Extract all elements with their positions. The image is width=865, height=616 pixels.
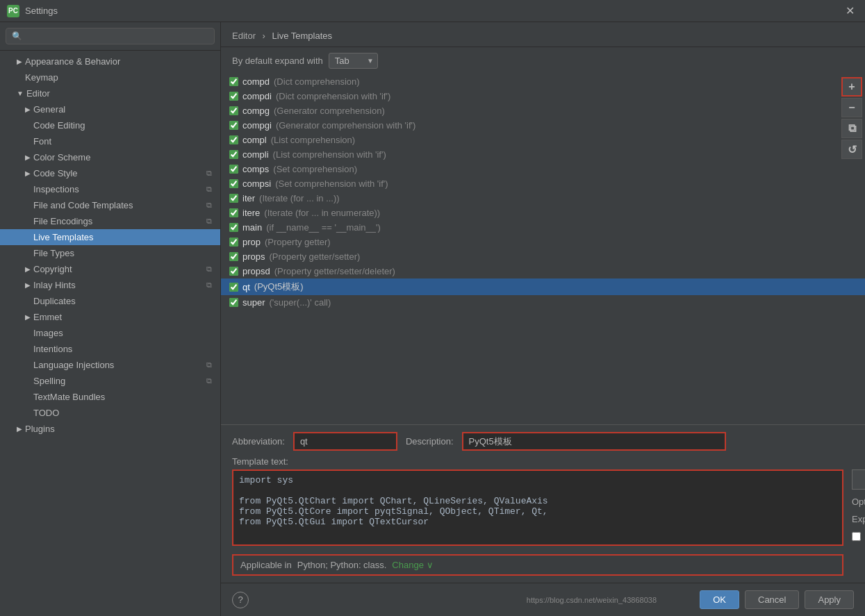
template-text-label: Template text: [232, 456, 854, 467]
template-checkbox[interactable] [229, 223, 238, 232]
template-checkbox[interactable] [229, 179, 238, 188]
right-panel: Editor › Live Templates By default expan… [221, 22, 865, 616]
revert-template-button[interactable]: ↺ [841, 140, 862, 159]
change-link-text: Change [392, 560, 424, 570]
template-description: ('super(...)' call) [270, 297, 331, 308]
sidebar-item-copyright[interactable]: ▶ Copyright ⧉ [0, 261, 220, 277]
template-checkbox[interactable] [229, 150, 238, 159]
change-arrow-icon: ∨ [427, 560, 434, 570]
template-checkbox[interactable] [229, 252, 238, 261]
sidebar-item-inlay-hints[interactable]: ▶ Inlay Hints ⧉ [0, 277, 220, 293]
template-description: (Set comprehension) [273, 164, 357, 174]
template-item[interactable]: super('super(...)' call) [221, 295, 865, 310]
template-abbreviation: propsd [242, 266, 270, 276]
template-checkbox[interactable] [229, 208, 238, 217]
template-checkbox[interactable] [229, 298, 238, 307]
sidebar-item-live-templates[interactable]: Live Templates [0, 229, 220, 245]
sidebar-item-keymap[interactable]: Keymap [0, 69, 220, 85]
sidebar-item-plugins[interactable]: ▶ Plugins [0, 421, 220, 437]
settings-window: PC Settings ✕ ▶ Appearance & Behavior Ke… [0, 0, 865, 616]
title-bar: PC Settings ✕ [0, 0, 865, 22]
template-description: (Generator comprehension) [274, 106, 385, 116]
sidebar-item-label: TextMate Bundles [33, 392, 105, 402]
template-item[interactable]: compli(List comprehension with 'if') [221, 147, 865, 162]
template-checkbox[interactable] [229, 238, 238, 247]
sidebar-item-color-scheme[interactable]: ▶ Color Scheme [0, 149, 220, 165]
expand-dropdown[interactable]: Tab Enter Space [329, 53, 378, 69]
main-content: ▶ Appearance & Behavior Keymap ▼ Editor … [0, 22, 865, 616]
add-template-button[interactable]: + [841, 77, 862, 97]
sidebar-item-editor[interactable]: ▼ Editor [0, 85, 220, 101]
change-link[interactable]: Change ∨ [392, 560, 433, 570]
copy-template-button[interactable]: ⧉ [841, 119, 862, 138]
abbreviation-input[interactable] [293, 432, 397, 451]
template-item[interactable]: compg(Generator comprehension) [221, 103, 865, 118]
sidebar-item-todo[interactable]: TODO [0, 405, 220, 421]
template-item[interactable]: main(if __name__ == '__main__') [221, 220, 865, 235]
template-checkbox[interactable] [229, 267, 238, 276]
sidebar-item-file-encodings[interactable]: File Encodings ⧉ [0, 213, 220, 229]
arrow-icon: ▶ [25, 281, 31, 289]
help-button[interactable]: ? [232, 592, 249, 608]
template-checkbox[interactable] [229, 121, 238, 130]
template-text-input[interactable]: import sys from PyQt5.QtChart import QCh… [232, 469, 843, 546]
sidebar-item-general[interactable]: ▶ General [0, 101, 220, 117]
options-expand-label: Expand with [852, 514, 865, 524]
edit-variables-button[interactable]: Edit variables [852, 469, 865, 490]
template-abbreviation: compli [242, 149, 269, 160]
bottom-bar: ? https://blog.csdn.net/weixin_43868038 … [221, 583, 865, 616]
sidebar-item-font[interactable]: Font [0, 133, 220, 149]
sidebar-item-language-injections[interactable]: Language Injections ⧉ [0, 357, 220, 373]
remove-template-button[interactable]: − [841, 98, 862, 117]
template-description: (Property getter/setter/deleter) [274, 266, 395, 276]
template-item[interactable]: comps(Set comprehension) [221, 162, 865, 176]
reformat-checkbox[interactable] [852, 532, 861, 541]
template-item[interactable]: compdi(Dict comprehension with 'if') [221, 89, 865, 103]
sidebar-item-label: Inspections [33, 184, 79, 194]
template-item[interactable]: itere(Iterate (for ... in enumerate)) [221, 206, 865, 220]
search-input[interactable] [6, 28, 215, 44]
sidebar-item-spelling[interactable]: Spelling ⧉ [0, 373, 220, 389]
description-input[interactable] [462, 432, 726, 451]
template-description: (Dict comprehension with 'if') [276, 91, 390, 101]
sidebar-item-label: Images [33, 328, 63, 338]
template-checkbox[interactable] [229, 92, 238, 101]
template-checkbox[interactable] [229, 283, 238, 292]
close-button[interactable]: ✕ [841, 3, 858, 19]
template-checkbox[interactable] [229, 77, 238, 86]
template-item[interactable]: qt(PyQt5模板) [221, 278, 865, 295]
template-description: (Generator comprehension with 'if') [276, 120, 416, 131]
apply-button[interactable]: Apply [805, 590, 854, 609]
template-item[interactable]: compsi(Set comprehension with 'if') [221, 176, 865, 191]
template-checkbox[interactable] [229, 106, 238, 115]
sidebar-item-label: Keymap [25, 72, 58, 83]
template-item[interactable]: compl(List comprehension) [221, 133, 865, 147]
sidebar-item-emmet[interactable]: ▶ Emmet [0, 309, 220, 325]
sidebar-item-textmate-bundles[interactable]: TextMate Bundles [0, 389, 220, 405]
template-checkbox[interactable] [229, 165, 238, 174]
template-checkbox[interactable] [229, 135, 238, 144]
template-description: (Iterate (for ... in ...)) [259, 193, 340, 203]
template-item[interactable]: props(Property getter/setter) [221, 249, 865, 264]
template-checkbox[interactable] [229, 194, 238, 203]
sidebar-item-images[interactable]: Images [0, 325, 220, 341]
template-description: (PyQt5模板) [254, 281, 304, 293]
sidebar-item-file-types[interactable]: File Types [0, 245, 220, 261]
sidebar-item-code-style[interactable]: ▶ Code Style ⧉ [0, 165, 220, 181]
ok-button[interactable]: OK [700, 590, 739, 609]
template-item[interactable]: propsd(Property getter/setter/deleter) [221, 264, 865, 278]
sidebar-item-label: Inlay Hints [33, 280, 76, 290]
sidebar-item-duplicates[interactable]: Duplicates [0, 293, 220, 309]
sidebar-item-file-code-templates[interactable]: File and Code Templates ⧉ [0, 197, 220, 213]
template-item[interactable]: compgi(Generator comprehension with 'if'… [221, 118, 865, 133]
template-item[interactable]: compd(Dict comprehension) [221, 74, 865, 89]
template-text-col: import sys from PyQt5.QtChart import QCh… [232, 469, 843, 576]
sidebar-item-intentions[interactable]: Intentions [0, 341, 220, 357]
cancel-button[interactable]: Cancel [745, 590, 799, 609]
template-item[interactable]: iter(Iterate (for ... in ...)) [221, 191, 865, 206]
template-item[interactable]: prop(Property getter) [221, 235, 865, 249]
sidebar-item-appearance[interactable]: ▶ Appearance & Behavior [0, 53, 220, 69]
template-abbreviation: iter [242, 193, 255, 203]
sidebar-item-code-editing[interactable]: Code Editing [0, 117, 220, 133]
sidebar-item-inspections[interactable]: Inspections ⧉ [0, 181, 220, 197]
